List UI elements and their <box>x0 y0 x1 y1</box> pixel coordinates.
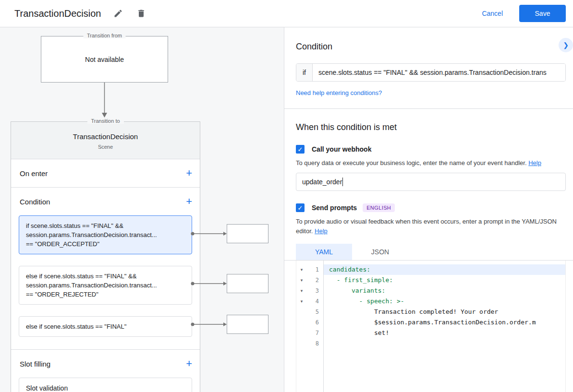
prompts-description: To provide audio or visual feedback when… <box>296 217 566 236</box>
editor-line: ▾4 - speech: >- <box>296 296 565 307</box>
webhook-description: To query data or execute your business l… <box>296 158 566 168</box>
code-text: set! <box>323 328 565 338</box>
editor-line: 5 Transaction completed! Your order <box>296 307 565 317</box>
slot-filling-label: Slot filling <box>20 360 50 368</box>
text-cursor <box>342 178 343 186</box>
transition-to-label: Transition to <box>87 118 123 124</box>
prompts-checkbox[interactable]: ✓ <box>296 203 305 212</box>
editor-tabs: YAMLJSON <box>296 244 566 260</box>
code-text: $session.params.TransactionDecision.orde… <box>323 317 565 328</box>
condition-card-list: if scene.slots.status == "FINAL" &&sessi… <box>11 215 200 349</box>
fold-arrow-icon[interactable]: ▾ <box>296 285 307 296</box>
fold-arrow-icon[interactable]: ▾ <box>296 264 307 275</box>
when-condition-met-title: When this condition is met <box>296 122 566 132</box>
webhook-help-link[interactable]: Help <box>528 159 541 166</box>
app-root: TransactionDecision Cancel Save Transiti… <box>0 0 573 392</box>
cancel-button[interactable]: Cancel <box>482 10 503 17</box>
editor-line: ▾2 - first_simple: <box>296 275 565 285</box>
line-number: 6 <box>307 317 323 328</box>
editor-line: 6 $session.params.TransactionDecision.or… <box>296 317 565 328</box>
code-text <box>323 338 565 349</box>
page-title: TransactionDecision <box>14 8 101 19</box>
panel-title: Condition <box>296 42 566 52</box>
line-number: 2 <box>307 275 323 285</box>
line-number: 8 <box>307 338 323 349</box>
webhook-input-value: update_order <box>302 178 342 186</box>
chevron-right-icon: ❯ <box>563 41 569 49</box>
add-on-enter-button[interactable]: + <box>186 168 192 178</box>
if-label: if <box>296 64 313 81</box>
prompts-label: Send prompts <box>312 204 357 212</box>
scene-header[interactable]: TransactionDecision Scene <box>11 122 200 159</box>
code-text: - speech: >- <box>323 296 565 307</box>
editor-line: ▾3 variants: <box>296 285 565 296</box>
transition-target-box-2[interactable] <box>227 274 268 293</box>
slot-validation-card[interactable]: Slot validation <box>19 378 192 392</box>
condition-card[interactable]: else if scene.slots.status == "FINAL" &&… <box>19 266 192 305</box>
line-number: 5 <box>307 307 323 317</box>
line-number: 4 <box>307 296 323 307</box>
slot-filling-section: Slot filling + Slot validation <box>11 350 200 392</box>
editor-line: 7 set! <box>296 328 565 338</box>
save-button[interactable]: Save <box>519 5 566 22</box>
code-text: variants: <box>323 285 565 296</box>
delete-icon[interactable] <box>135 8 147 19</box>
line-number: 1 <box>307 264 323 275</box>
webhook-checkbox[interactable]: ✓ <box>296 145 305 154</box>
code-text: Transaction completed! Your order <box>323 307 565 317</box>
conditions-help-link[interactable]: Need help entering conditions? <box>296 89 382 96</box>
collapse-panel-button[interactable]: ❯ <box>559 38 573 52</box>
condition-expression-row: if <box>296 63 566 82</box>
scene-canvas: Transition from Not available Transition… <box>0 27 284 392</box>
on-enter-label: On enter <box>20 169 48 178</box>
yaml-editor[interactable]: ▾1candidates:▾2 - first_simple:▾3 varian… <box>296 261 566 392</box>
condition-section-label: Condition <box>20 198 50 206</box>
condition-section: Condition + if scene.slots.status == "FI… <box>11 188 200 350</box>
fold-spacer <box>296 328 307 338</box>
tab-yaml[interactable]: YAML <box>296 244 352 260</box>
check-icon: ✓ <box>298 204 303 212</box>
code-text: - first_simple: <box>323 275 565 285</box>
prompts-help-link[interactable]: Help <box>315 227 328 235</box>
condition-card[interactable]: if scene.slots.status == "FINAL" &&sessi… <box>19 215 192 254</box>
language-badge: ENGLISH <box>363 203 395 212</box>
transition-from-label: Transition from <box>83 33 126 38</box>
tab-json[interactable]: JSON <box>352 244 408 260</box>
webhook-label: Call your webhook <box>312 145 371 153</box>
scene-card: Transition to TransactionDecision Scene … <box>11 121 200 392</box>
line-number: 3 <box>307 285 323 296</box>
edit-icon[interactable] <box>112 8 124 19</box>
fold-arrow-icon[interactable]: ▾ <box>296 296 307 307</box>
fold-spacer <box>296 338 307 349</box>
check-icon: ✓ <box>298 146 303 153</box>
add-slot-button[interactable]: + <box>186 358 192 369</box>
transition-target-box-1[interactable] <box>227 224 268 243</box>
transition-from-box: Transition from Not available <box>41 36 168 83</box>
webhook-input[interactable]: update_order <box>296 173 566 191</box>
gutter-separator <box>323 261 324 392</box>
scene-name: TransactionDecision <box>11 132 200 141</box>
code-text: candidates: <box>323 264 565 275</box>
transition-from-value: Not available <box>85 56 124 63</box>
fold-spacer <box>296 317 307 328</box>
condition-detail-panel: Condition ❯ if Need help entering condit… <box>284 27 573 392</box>
fold-arrow-icon[interactable]: ▾ <box>296 275 307 285</box>
fold-spacer <box>296 307 307 317</box>
transition-target-box-3[interactable] <box>227 315 268 334</box>
top-bar: TransactionDecision Cancel Save <box>0 0 573 27</box>
editor-line: ▾1candidates: <box>296 264 565 275</box>
add-condition-button[interactable]: + <box>186 196 192 207</box>
scene-type-label: Scene <box>11 144 200 150</box>
on-enter-section: On enter + <box>11 159 200 188</box>
editor-line: 8 <box>296 338 565 349</box>
line-number: 7 <box>307 328 323 338</box>
condition-card[interactable]: else if scene.slots.status == "FINAL" <box>19 316 192 337</box>
condition-expression-input[interactable] <box>313 64 565 81</box>
